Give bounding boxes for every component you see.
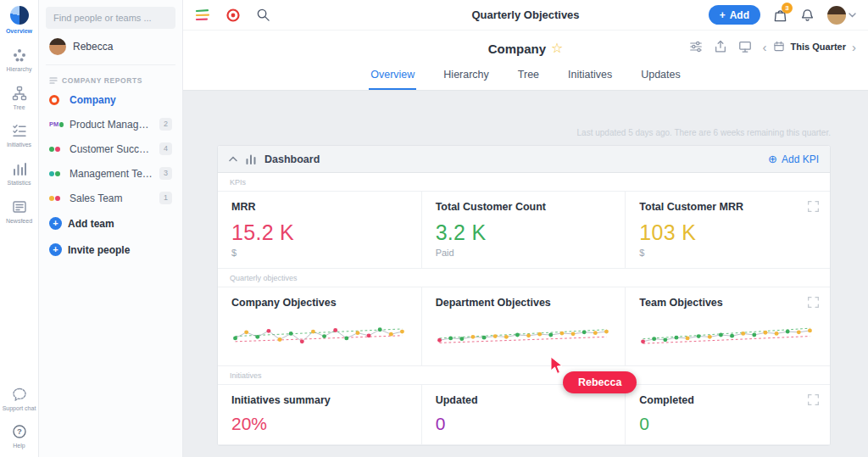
- rail-label: Newsfeed: [4, 218, 34, 226]
- expand-icon[interactable]: [807, 200, 820, 213]
- nav-rail: Overview Hierarchy Tree Initiatives Stat…: [0, 0, 39, 457]
- record-icon[interactable]: [225, 8, 241, 23]
- menu-logo-icon[interactable]: [195, 8, 210, 23]
- star-icon[interactable]: ☆: [551, 42, 563, 55]
- newsfeed-icon: [12, 199, 27, 215]
- bell-icon[interactable]: [800, 8, 815, 23]
- kpi-value: 3.2 K: [436, 220, 612, 245]
- tab-hierarchy[interactable]: Hierarchy: [442, 64, 491, 90]
- svg-text:?: ?: [17, 427, 22, 437]
- sidebar-item-sales-team[interactable]: Sales Team 1: [46, 186, 175, 210]
- sidebar-item-newsfeed[interactable]: Newsfeed: [0, 199, 38, 226]
- sidebar-item-customer-success[interactable]: Customer Success 4: [46, 137, 175, 161]
- help-icon: ?: [12, 424, 27, 439]
- help-button[interactable]: ? Help: [0, 424, 38, 450]
- main-area: Quarterly Objectives + Add 3: [183, 0, 868, 457]
- tab-overview[interactable]: Overview: [369, 64, 416, 90]
- initiatives-updated-card[interactable]: Updated 0: [422, 385, 626, 444]
- objectives-chart-row: Company Objectives Department Objectives…: [218, 287, 830, 366]
- expand-icon[interactable]: [807, 296, 820, 309]
- sidebar-item-overview[interactable]: Overview: [0, 6, 38, 36]
- team-label: Company: [70, 94, 172, 106]
- rail-label: Initiatives: [5, 142, 33, 149]
- chevron-left-icon[interactable]: ‹: [763, 41, 767, 53]
- kpi-card-mrr[interactable]: MRR 15.2 K $: [218, 192, 422, 268]
- chevron-up-icon[interactable]: [229, 156, 237, 162]
- kpi-row: MRR 15.2 K $ Total Customer Count 3.2 K …: [218, 191, 830, 269]
- action-label: Invite people: [68, 244, 130, 256]
- sidebar-item-initiatives[interactable]: Initiatives: [0, 123, 38, 149]
- quarter-label[interactable]: This Quarter: [791, 42, 846, 52]
- initiatives-summary-card[interactable]: Initiatives summary 20%: [218, 385, 422, 444]
- dashboard-title: Dashboard: [264, 153, 320, 165]
- add-button[interactable]: + Add: [709, 5, 760, 25]
- bar-chart-icon: [245, 153, 257, 165]
- search-icon[interactable]: [256, 8, 270, 22]
- sidebar-item-user-rebecca[interactable]: Rebecca: [46, 29, 175, 65]
- add-team-button[interactable]: + Add team: [46, 210, 175, 237]
- kpi-title: MRR: [231, 201, 408, 213]
- hierarchy-icon: [12, 47, 27, 63]
- sidebar-item-tree[interactable]: Tree: [0, 86, 38, 112]
- expand-icon[interactable]: [807, 393, 820, 406]
- initiatives-section-label: Initiatives: [218, 366, 830, 384]
- kpis-section-label: KPIs: [218, 173, 830, 191]
- rail-label: Support chat: [1, 405, 38, 413]
- invite-people-button[interactable]: + Invite people: [46, 237, 175, 263]
- circle-plus-icon: ⊕: [768, 153, 777, 164]
- add-kpi-label: Add KPI: [782, 153, 819, 165]
- chart-card-company-objectives[interactable]: Company Objectives: [218, 287, 422, 365]
- avatar: [49, 38, 66, 55]
- kpi-title: Total Customer MRR: [639, 201, 816, 213]
- sidebar-item-company[interactable]: Company: [46, 88, 175, 112]
- tab-initiatives[interactable]: Initiatives: [566, 64, 614, 90]
- team-label: Management Team: [70, 168, 153, 180]
- page-header-title: Quarterly Objectives: [471, 8, 579, 21]
- topbar: Quarterly Objectives + Add 3: [183, 0, 868, 31]
- kpi-value: 103 K: [639, 220, 816, 245]
- sidebar-item-management-team[interactable]: Management Team 3: [46, 161, 175, 186]
- initiatives-completed-card[interactable]: Completed 0: [626, 385, 830, 444]
- reports-list-icon: [49, 76, 58, 85]
- profile-menu-button[interactable]: [827, 6, 856, 25]
- statistics-icon: [12, 161, 27, 176]
- dashboard-header[interactable]: Dashboard ⊕ Add KPI: [218, 146, 830, 173]
- sidebar-item-product-management[interactable]: PM Product Managem... 2: [46, 112, 175, 137]
- kpi-unit: Paid: [436, 248, 612, 258]
- sidebar-item-statistics[interactable]: Statistics: [0, 161, 38, 187]
- team-count-badge: 1: [159, 192, 172, 204]
- initiatives-row: Initiatives summary 20% Updated 0 Comple…: [218, 384, 830, 445]
- kpi-title: Total Customer Count: [436, 201, 612, 213]
- topbar-right-controls: + Add 3: [709, 5, 856, 25]
- chevron-right-icon[interactable]: ›: [852, 41, 856, 53]
- app-logo-icon: [10, 6, 29, 25]
- plus-circle-icon: +: [49, 217, 62, 230]
- topbar-left-icons: [195, 8, 270, 23]
- kpi-card-total-customer-count[interactable]: Total Customer Count 3.2 K Paid: [422, 192, 626, 268]
- page-tabs: Overview Hierarchy Tree Initiatives Upda…: [183, 64, 868, 90]
- chart-card-team-objectives[interactable]: Team Objectives: [626, 287, 830, 365]
- chart-card-department-objectives[interactable]: Department Objectives: [422, 287, 626, 365]
- add-kpi-button[interactable]: ⊕ Add KPI: [768, 153, 819, 165]
- initiative-title: Completed: [639, 394, 816, 406]
- sidebar-item-hierarchy[interactable]: Hierarchy: [0, 47, 38, 74]
- team-sidebar: Rebecca COMPANY REPORTS Company PM Produ…: [39, 0, 183, 457]
- page-title: Company: [488, 42, 546, 56]
- tab-tree[interactable]: Tree: [516, 64, 541, 90]
- chart-title: Department Objectives: [436, 297, 612, 309]
- initiative-value: 0: [639, 414, 816, 434]
- support-chat-button[interactable]: Support chat: [0, 387, 38, 413]
- chart-title: Team Objectives: [639, 297, 816, 309]
- team-label: Sales Team: [70, 192, 153, 204]
- presentation-icon[interactable]: [738, 40, 752, 53]
- tab-updates[interactable]: Updates: [639, 64, 682, 90]
- team-label: Product Managem...: [70, 119, 153, 131]
- team-count-badge: 4: [159, 142, 172, 155]
- filter-sliders-icon[interactable]: [689, 40, 703, 53]
- company-team-icon: [49, 95, 64, 105]
- search-input[interactable]: [46, 7, 175, 29]
- shopping-bag-button[interactable]: 3: [773, 8, 787, 23]
- kpi-card-total-customer-mrr[interactable]: Total Customer MRR 103 K $: [626, 192, 830, 268]
- export-icon[interactable]: [714, 40, 727, 53]
- management-team-icon: [49, 171, 64, 176]
